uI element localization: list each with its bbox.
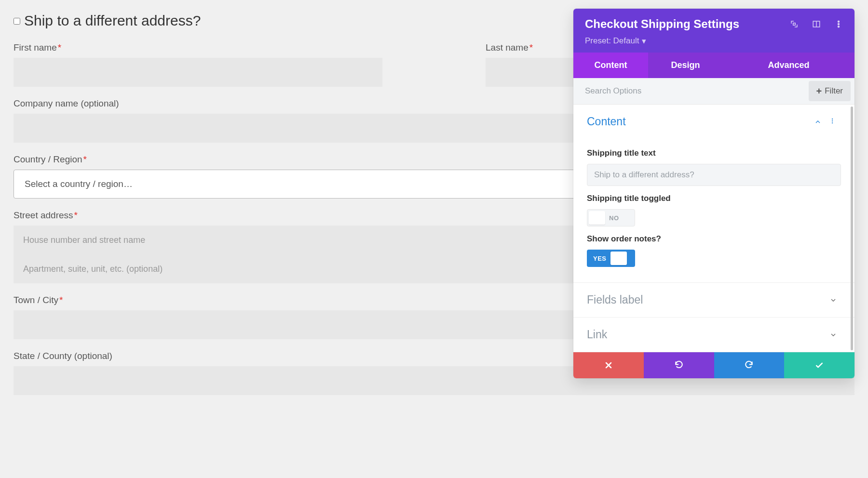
svg-rect-0 <box>793 23 796 26</box>
ship-different-address-checkbox[interactable] <box>14 18 20 25</box>
svg-point-3 <box>838 21 840 22</box>
caret-down-icon: ▾ <box>642 36 646 46</box>
section-content-title: Content <box>587 115 814 128</box>
tab-content[interactable]: Content <box>573 53 648 78</box>
chevron-down-icon <box>829 331 837 339</box>
show-order-notes-label: Show order notes? <box>587 234 841 244</box>
svg-point-6 <box>832 118 833 119</box>
cancel-button[interactable] <box>573 352 644 378</box>
columns-icon[interactable] <box>812 20 821 28</box>
svg-point-7 <box>832 120 833 121</box>
svg-point-4 <box>838 24 840 25</box>
show-order-notes-toggle[interactable]: YES <box>587 250 635 267</box>
first-name-field[interactable] <box>14 58 382 87</box>
section-kebab-icon[interactable] <box>830 117 837 127</box>
panel-header: Checkout Shipping Settings Preset: Defau… <box>573 9 854 53</box>
plus-icon: + <box>816 86 822 96</box>
settings-panel: Checkout Shipping Settings Preset: Defau… <box>573 9 854 378</box>
panel-title: Checkout Shipping Settings <box>585 17 790 31</box>
svg-point-5 <box>838 26 840 27</box>
tab-design[interactable]: Design <box>648 53 723 78</box>
kebab-icon[interactable] <box>834 20 843 28</box>
tab-advanced[interactable]: Advanced <box>723 53 854 78</box>
confirm-button[interactable] <box>784 352 854 378</box>
section-fields-label-title: Fields label <box>587 293 829 306</box>
options-search-row: + Filter <box>573 78 854 105</box>
section-link-header[interactable]: Link <box>573 318 854 352</box>
section-content-body: Shipping title text Shipping title toggl… <box>573 139 854 282</box>
panel-tabs: Content Design Advanced <box>573 53 854 78</box>
undo-button[interactable] <box>644 352 714 378</box>
expand-icon[interactable] <box>790 20 799 28</box>
section-content-header[interactable]: Content <box>573 105 854 139</box>
search-input[interactable] <box>573 80 809 103</box>
chevron-up-icon <box>814 118 822 126</box>
shipping-title-toggled-label: Shipping title toggled <box>587 194 841 203</box>
preset-selector[interactable]: Preset: Default ▾ <box>585 36 843 46</box>
shipping-title-toggled-toggle[interactable]: NO <box>587 209 635 226</box>
section-link-title: Link <box>587 328 829 341</box>
first-name-label: First name* <box>14 42 382 53</box>
filter-button[interactable]: + Filter <box>809 81 851 101</box>
shipping-title-text-input[interactable] <box>587 164 841 186</box>
panel-footer <box>573 352 854 378</box>
section-fields-label-header[interactable]: Fields label <box>573 283 854 317</box>
redo-button[interactable] <box>714 352 785 378</box>
ship-different-address-label: Ship to a different address? <box>24 13 201 29</box>
shipping-title-text-label: Shipping title text <box>587 148 841 158</box>
svg-point-8 <box>832 122 833 123</box>
chevron-down-icon <box>829 296 837 304</box>
